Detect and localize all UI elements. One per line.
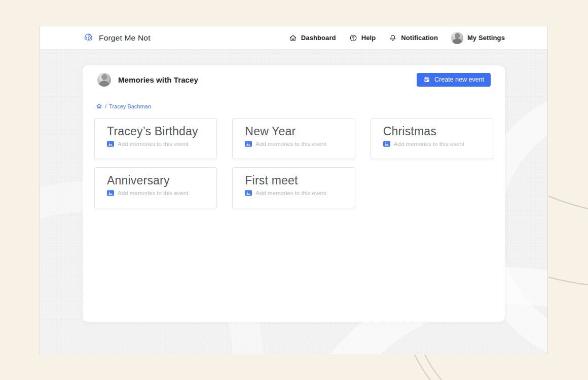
bell-icon xyxy=(389,34,397,42)
photo-icon xyxy=(245,141,252,147)
event-subtitle: Add memories to this event xyxy=(118,190,188,196)
event-card-anniversary[interactable]: Anniversary Add memories to this event xyxy=(94,167,217,208)
user-avatar xyxy=(451,32,463,44)
breadcrumb-current-tracey-bachman[interactable]: Tracey Bachman xyxy=(109,103,151,109)
event-title: Anniversary xyxy=(107,174,208,187)
panel-header: Memories with Tracey Create new event xyxy=(83,65,505,94)
breadcrumb: / Tracey Bachman xyxy=(96,103,493,109)
fingerprint-logo-icon xyxy=(83,32,94,44)
event-title: Tracey’s Birthday xyxy=(107,125,208,138)
memories-panel: Memories with Tracey Create new event xyxy=(83,65,505,322)
brand[interactable]: Forget Me Not xyxy=(83,32,151,44)
nav-item-my-settings[interactable]: My Settings xyxy=(451,32,505,44)
nav-item-dashboard[interactable]: Dashboard xyxy=(289,34,336,42)
help-icon xyxy=(349,34,357,42)
panel-body: / Tracey Bachman Tracey’s Birthday Add m… xyxy=(83,94,505,208)
tracey-avatar xyxy=(97,73,111,87)
content-area: Memories with Tracey Create new event xyxy=(40,50,547,354)
event-card-traceys-birthday[interactable]: Tracey’s Birthday Add memories to this e… xyxy=(94,118,217,159)
event-subtitle: Add memories to this event xyxy=(255,141,326,147)
page-title: Memories with Tracey xyxy=(118,75,198,84)
nav-menu: Dashboard Help xyxy=(289,32,505,44)
breadcrumb-separator: / xyxy=(105,103,106,109)
brand-name: Forget Me Not xyxy=(99,33,151,43)
calendar-icon xyxy=(423,76,430,83)
photo-icon xyxy=(107,141,114,147)
app-window: Forget Me Not Dashboard xyxy=(40,26,548,354)
photo-icon xyxy=(245,190,252,196)
event-card-christmas[interactable]: Christmas Add memories to this event xyxy=(371,118,493,159)
events-grid: Tracey’s Birthday Add memories to this e… xyxy=(94,118,493,208)
nav-item-help[interactable]: Help xyxy=(349,34,376,42)
photo-icon xyxy=(107,190,114,196)
event-subtitle: Add memories to this event xyxy=(118,141,188,147)
home-icon xyxy=(289,34,297,42)
event-card-first-meet[interactable]: First meet Add memories to this event xyxy=(232,167,355,208)
event-title: Christmas xyxy=(383,125,485,138)
event-card-new-year[interactable]: New Year Add memories to this event xyxy=(232,118,355,159)
top-navbar: Forget Me Not Dashboard xyxy=(40,26,547,50)
desktop-background: Forget Me Not Dashboard xyxy=(0,0,588,380)
event-subtitle: Add memories to this event xyxy=(394,141,464,147)
event-title: New Year xyxy=(245,125,346,138)
event-subtitle: Add memories to this event xyxy=(255,190,326,196)
event-title: First meet xyxy=(245,174,346,187)
breadcrumb-home-icon[interactable] xyxy=(96,103,102,109)
photo-icon xyxy=(383,141,390,147)
create-new-event-button[interactable]: Create new event xyxy=(417,73,491,87)
nav-item-notification[interactable]: Notification xyxy=(389,34,438,42)
